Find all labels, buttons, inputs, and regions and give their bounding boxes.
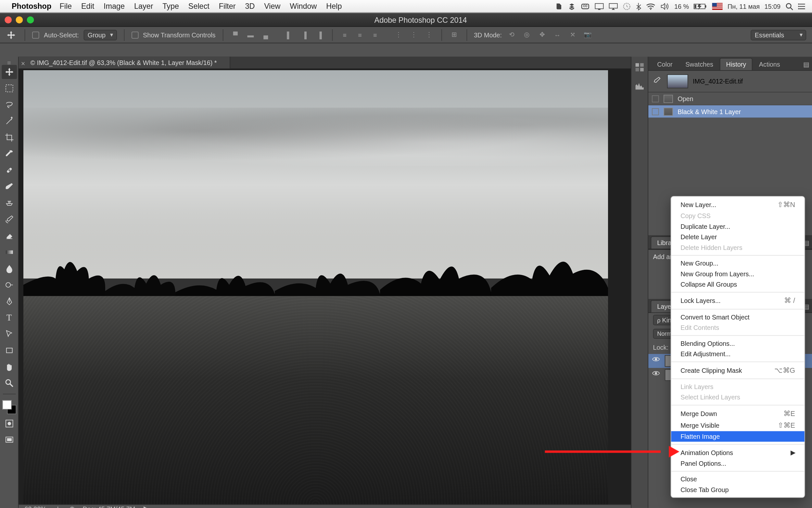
eyedropper-tool[interactable] bbox=[2, 147, 17, 161]
color-swatches[interactable] bbox=[2, 400, 16, 414]
dodge-tool[interactable] bbox=[2, 278, 17, 292]
rectangle-tool[interactable] bbox=[2, 344, 17, 357]
date[interactable]: Пн, 11 мая bbox=[727, 3, 760, 10]
export-icon[interactable] bbox=[55, 505, 62, 508]
menu-file[interactable]: File bbox=[59, 2, 72, 10]
notification-icon[interactable] bbox=[798, 2, 806, 10]
tab-actions[interactable]: Actions bbox=[753, 58, 787, 70]
lasso-tool[interactable] bbox=[2, 98, 17, 112]
history-checkbox[interactable] bbox=[652, 108, 659, 115]
align-hcenter-button[interactable]: ▐ bbox=[299, 30, 309, 40]
dock-histogram-icon[interactable] bbox=[634, 80, 646, 92]
blur-tool[interactable] bbox=[2, 262, 17, 276]
auto-align-button[interactable]: ⊞ bbox=[449, 30, 459, 40]
canvas-viewport[interactable]: /* decorative */ bbox=[19, 69, 631, 504]
menu-edit-adjustment[interactable]: Edit Adjustment... bbox=[671, 349, 804, 359]
menu-flatten-image[interactable]: Flatten Image bbox=[671, 431, 804, 442]
volume-icon[interactable] bbox=[660, 3, 670, 10]
zoom-window-button[interactable] bbox=[27, 16, 34, 24]
history-checkbox[interactable] bbox=[652, 95, 659, 102]
3d-camera-button[interactable]: 📷 bbox=[582, 30, 593, 40]
hand-tool[interactable] bbox=[2, 360, 17, 374]
menu-lock-layers[interactable]: Lock Layers...⌘ / bbox=[671, 295, 804, 306]
3d-pan-button[interactable]: ✥ bbox=[537, 30, 547, 40]
screen-mode-tool[interactable] bbox=[2, 433, 17, 447]
document-tab[interactable]: × © IMG_4012-Edit.tif @ 63,3% (Black & W… bbox=[19, 57, 230, 69]
menu-convert-smart-object[interactable]: Convert to Smart Object bbox=[671, 312, 804, 322]
cc-icon[interactable]: ∞ bbox=[581, 2, 590, 10]
history-row[interactable]: Black & White 1 Layer bbox=[648, 105, 812, 118]
type-tool[interactable]: T bbox=[2, 311, 17, 325]
menu-merge-down[interactable]: Merge Down⌘E bbox=[671, 408, 804, 420]
3d-roll-button[interactable]: ◎ bbox=[522, 30, 532, 40]
menu-duplicate-layer[interactable]: Duplicate Layer... bbox=[671, 221, 804, 231]
menu-help[interactable]: Help bbox=[326, 2, 342, 10]
menu-view[interactable]: View bbox=[264, 2, 280, 10]
3d-scale-button[interactable]: ⤧ bbox=[567, 30, 578, 40]
distribute-hcenter-button[interactable]: ⋮ bbox=[408, 30, 419, 40]
app-name[interactable]: Photoshop bbox=[12, 2, 51, 10]
tab-history[interactable]: History bbox=[720, 58, 753, 70]
menu-close[interactable]: Close bbox=[671, 474, 804, 484]
eraser-tool[interactable] bbox=[2, 229, 17, 243]
pen-tool[interactable] bbox=[2, 294, 17, 308]
crop-tool[interactable] bbox=[2, 130, 17, 144]
menu-3d[interactable]: 3D bbox=[245, 2, 255, 10]
layer-visibility-icon[interactable] bbox=[652, 356, 661, 366]
menu-blending-options[interactable]: Blending Options... bbox=[671, 338, 804, 348]
menu-image[interactable]: Image bbox=[104, 2, 125, 10]
path-selection-tool[interactable] bbox=[2, 327, 17, 341]
canvas-image[interactable]: /* decorative */ bbox=[23, 70, 608, 504]
menu-new-group[interactable]: New Group... bbox=[671, 258, 804, 268]
battery-icon[interactable] bbox=[694, 3, 708, 10]
clone-stamp-tool[interactable] bbox=[2, 196, 17, 210]
distribute-top-button[interactable]: ≡ bbox=[339, 30, 350, 40]
magic-wand-tool[interactable] bbox=[2, 114, 17, 128]
menu-collapse-groups[interactable]: Collapse All Groups bbox=[671, 279, 804, 290]
menu-merge-visible[interactable]: Merge Visible⇧⌘E bbox=[671, 420, 804, 431]
menu-new-layer[interactable]: New Layer...⇧⌘N bbox=[671, 199, 804, 211]
menu-edit[interactable]: Edit bbox=[81, 2, 94, 10]
info-chevron-icon[interactable]: ▶ bbox=[144, 505, 148, 508]
menu-panel-options[interactable]: Panel Options... bbox=[671, 458, 804, 468]
menu-filter[interactable]: Filter bbox=[219, 2, 236, 10]
distribute-bottom-button[interactable]: ≡ bbox=[370, 30, 380, 40]
time[interactable]: 15:09 bbox=[764, 3, 780, 10]
menu-new-group-from-layers[interactable]: New Group from Layers... bbox=[671, 268, 804, 279]
menu-animation-options[interactable]: Animation Options▶ bbox=[671, 447, 804, 458]
display-icon[interactable] bbox=[595, 3, 604, 10]
zoom-level[interactable]: 63,32% bbox=[25, 505, 46, 508]
auto-select-type-select[interactable]: Group bbox=[84, 30, 116, 40]
tab-color[interactable]: Color bbox=[651, 58, 679, 70]
input-flag-icon[interactable] bbox=[712, 3, 723, 10]
bluetooth-icon[interactable] bbox=[636, 2, 641, 10]
3d-rotate-button[interactable]: ⟲ bbox=[506, 30, 517, 40]
3d-slide-button[interactable]: ↔ bbox=[552, 30, 563, 40]
dock-swatches-icon[interactable] bbox=[634, 61, 646, 73]
foreground-color-swatch[interactable] bbox=[2, 400, 11, 410]
align-left-button[interactable]: ▌ bbox=[284, 30, 294, 40]
brush-tool[interactable] bbox=[2, 180, 17, 194]
wifi-icon[interactable] bbox=[647, 3, 656, 10]
dropbox-icon[interactable] bbox=[568, 2, 576, 10]
auto-select-checkbox[interactable] bbox=[32, 31, 39, 38]
history-brush-tool[interactable] bbox=[2, 212, 17, 226]
distribute-left-button[interactable]: ⋮ bbox=[393, 30, 404, 40]
align-vcenter-button[interactable]: ▬ bbox=[245, 30, 256, 40]
close-window-button[interactable] bbox=[5, 16, 12, 24]
minimize-window-button[interactable] bbox=[16, 16, 23, 24]
timemachine-icon[interactable] bbox=[623, 2, 631, 10]
menu-close-tab-group[interactable]: Close Tab Group bbox=[671, 484, 804, 495]
healing-brush-tool[interactable] bbox=[2, 163, 17, 177]
history-row[interactable]: Open bbox=[648, 92, 812, 105]
menu-layer[interactable]: Layer bbox=[134, 2, 153, 10]
menu-window[interactable]: Window bbox=[290, 2, 317, 10]
menu-create-clipping-mask[interactable]: Create Clipping Mask⌥⌘G bbox=[671, 364, 804, 376]
workspace-select[interactable]: Essentials bbox=[751, 30, 806, 40]
gradient-tool[interactable] bbox=[2, 245, 17, 259]
quick-mask-tool[interactable] bbox=[2, 417, 17, 431]
airplay-icon[interactable] bbox=[609, 3, 618, 10]
move-tool[interactable] bbox=[2, 65, 17, 79]
evernote-icon[interactable] bbox=[555, 2, 563, 10]
align-top-button[interactable]: ▀ bbox=[230, 30, 240, 40]
